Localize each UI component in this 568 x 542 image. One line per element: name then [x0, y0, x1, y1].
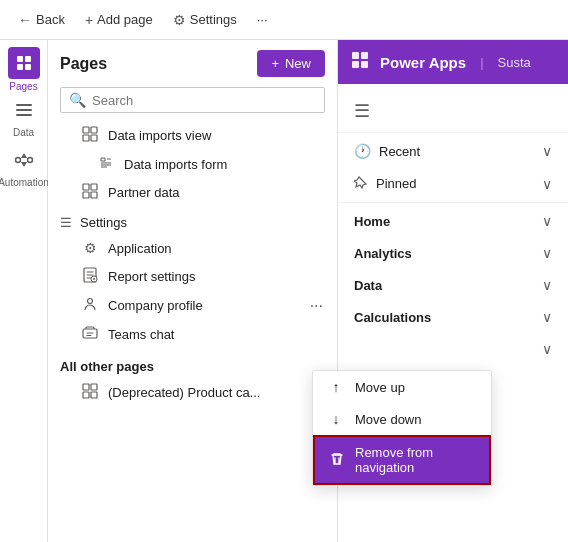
- right-panel-subtitle: Susta: [498, 55, 531, 70]
- list-item[interactable]: Data imports view ···: [52, 121, 333, 150]
- recent-label: Recent: [379, 144, 420, 159]
- svg-rect-3: [25, 64, 31, 70]
- data-label: Data: [354, 278, 382, 293]
- settings-section-header: ☰ Settings: [52, 207, 333, 234]
- settings-button[interactable]: ⚙ Settings: [165, 8, 245, 32]
- settings-label: Settings: [190, 12, 237, 27]
- nav-row-home[interactable]: Home ∨: [338, 205, 568, 237]
- move-up-item[interactable]: ↑ Move up: [313, 371, 491, 403]
- svg-rect-26: [361, 52, 368, 59]
- svg-rect-21: [83, 384, 89, 390]
- svg-rect-12: [91, 135, 97, 141]
- move-down-item[interactable]: ↓ Move down: [313, 403, 491, 435]
- remove-label: Remove from navigation: [355, 445, 475, 475]
- gear-icon: ⚙: [80, 240, 100, 256]
- chevron-icon: ∨: [542, 309, 552, 325]
- list-item[interactable]: Data imports form ···: [52, 150, 333, 178]
- move-up-icon: ↑: [327, 379, 345, 395]
- automation-icon: [14, 150, 34, 175]
- nav-row-calculations[interactable]: Calculations ∨: [338, 301, 568, 333]
- item-label: Teams chat: [108, 327, 300, 342]
- right-nav-list: ☰ 🕐 Recent ∨ Pinned: [338, 84, 568, 373]
- chevron-icon: ∨: [542, 213, 552, 229]
- nav-row-pinned[interactable]: Pinned ∨: [338, 167, 568, 200]
- list-item[interactable]: (Deprecated) Product ca... ···: [52, 378, 333, 407]
- list-item-company-profile[interactable]: Company profile ···: [52, 291, 333, 320]
- hamburger-row[interactable]: ☰: [338, 92, 568, 130]
- back-button[interactable]: ← Back: [10, 8, 73, 32]
- nav-divider: [338, 132, 568, 133]
- home-label: Home: [354, 214, 390, 229]
- sidebar-item-data[interactable]: Data: [2, 94, 46, 144]
- pages-nav-label: Pages: [9, 81, 37, 92]
- move-up-label: Move up: [355, 380, 405, 395]
- left-nav: Pages Data Automation: [0, 40, 48, 542]
- remove-from-navigation-item[interactable]: Remove from navigation: [313, 435, 491, 485]
- item-label: Partner data: [108, 185, 300, 200]
- svg-rect-2: [17, 64, 23, 70]
- list-item[interactable]: ⚙ Application ···: [52, 234, 333, 262]
- teams-icon: [80, 325, 100, 344]
- context-menu: ↑ Move up ↓ Move down Remove from naviga…: [312, 370, 492, 486]
- pin-icon: [354, 175, 368, 192]
- svg-rect-1: [25, 56, 31, 62]
- list-item[interactable]: Report settings ···: [52, 262, 333, 291]
- list-icon: ☰: [60, 215, 72, 230]
- pages-title: Pages: [60, 55, 107, 73]
- add-page-button[interactable]: + Add page: [77, 8, 161, 32]
- svg-point-19: [88, 299, 93, 304]
- svg-rect-13: [83, 184, 89, 190]
- svg-rect-4: [16, 104, 32, 106]
- settings-header-label: Settings: [80, 215, 127, 230]
- pages-panel: Pages + New 🔍 Data: [48, 40, 338, 542]
- item-label: Data imports form: [124, 157, 300, 172]
- data-nav-label: Data: [13, 127, 34, 138]
- search-input[interactable]: [92, 93, 316, 108]
- chevron-icon: ∨: [542, 143, 552, 159]
- grid-icon: [80, 126, 100, 145]
- svg-rect-6: [16, 114, 32, 116]
- move-down-label: Move down: [355, 412, 421, 427]
- more-options-icon[interactable]: ···: [308, 297, 325, 315]
- nav-row-data[interactable]: Data ∨: [338, 269, 568, 301]
- data-icon: [14, 100, 34, 125]
- nav-row-recent[interactable]: 🕐 Recent ∨: [338, 135, 568, 167]
- chevron-icon: ∨: [542, 245, 552, 261]
- hamburger-icon: ☰: [354, 100, 370, 122]
- search-icon: 🔍: [69, 92, 86, 108]
- chevron-icon: ∨: [542, 341, 552, 357]
- svg-rect-27: [352, 61, 359, 68]
- nav-divider: [338, 202, 568, 203]
- list-item[interactable]: Teams chat ···: [52, 320, 333, 349]
- new-button[interactable]: + New: [257, 50, 325, 77]
- item-label: Report settings: [108, 269, 300, 284]
- nav-row-analytics[interactable]: Analytics ∨: [338, 237, 568, 269]
- svg-rect-14: [91, 184, 97, 190]
- top-bar: ← Back + Add page ⚙ Settings ···: [0, 0, 568, 40]
- sidebar-item-automation[interactable]: Automation: [2, 144, 46, 194]
- more-icon: ···: [257, 12, 268, 27]
- pages-header: Pages + New: [48, 40, 337, 83]
- list-item[interactable]: Partner data ···: [52, 178, 333, 207]
- more-button[interactable]: ···: [249, 8, 276, 31]
- svg-rect-10: [91, 127, 97, 133]
- svg-rect-9: [83, 127, 89, 133]
- apps-grid-icon[interactable]: [350, 50, 370, 75]
- svg-rect-11: [83, 135, 89, 141]
- svg-rect-5: [16, 109, 32, 111]
- main-layout: Pages Data Automation: [0, 40, 568, 542]
- recent-icon: 🕐: [354, 143, 371, 159]
- nav-row-extra[interactable]: ∨: [338, 333, 568, 365]
- svg-rect-24: [91, 392, 97, 398]
- divider: |: [480, 55, 483, 70]
- sidebar-item-pages[interactable]: Pages: [2, 44, 46, 94]
- item-label: (Deprecated) Product ca...: [108, 385, 300, 400]
- gear-icon: ⚙: [173, 12, 186, 28]
- item-label: Data imports view: [108, 128, 300, 143]
- search-box[interactable]: 🔍: [60, 87, 325, 113]
- chevron-icon: ∨: [542, 277, 552, 293]
- svg-rect-22: [91, 384, 97, 390]
- item-label: Application: [108, 241, 300, 256]
- plus-icon: +: [85, 12, 93, 28]
- pages-list: Data imports view ··· Data imports form …: [48, 121, 337, 542]
